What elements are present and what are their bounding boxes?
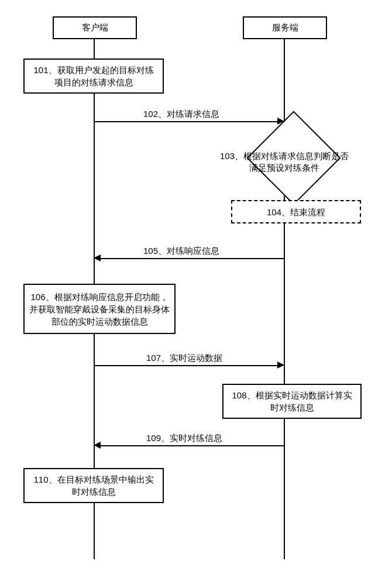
msg-109-line [101, 445, 284, 446]
msg-105-label: 105、对练响应信息 [143, 246, 219, 257]
step-104-box: 104、结束流程 [231, 200, 361, 223]
lane-header-server: 服务端 [243, 16, 327, 39]
step-103-text: 103、根据对练请求信息判断是否满足预设对练条件 [216, 150, 352, 174]
step-106-text: 106、根据对练响应信息开启功能，并获取智能穿戴设备采集的目标身体部位的实时运动… [29, 291, 170, 328]
lane-header-client: 客户端 [53, 16, 137, 39]
step-103-diamond: 103、根据对练请求信息判断是否满足预设对练条件 [216, 133, 352, 191]
msg-107-line [95, 365, 277, 366]
step-110-text: 110、在目标对练场景中输出实时对练信息 [29, 473, 158, 498]
msg-109-arrowhead [94, 442, 101, 449]
step-101-box: 101、获取用户发起的目标对练项目的对练请求信息 [23, 58, 164, 94]
lane-server-label: 服务端 [272, 22, 298, 33]
step-108-box: 108、根据实时运动数据计算实时对练信息 [222, 384, 362, 419]
step-106-box: 106、根据对练响应信息开启功能，并获取智能穿戴设备采集的目标身体部位的实时运动… [23, 284, 176, 334]
msg-109-label: 109、实时对练信息 [146, 433, 222, 444]
msg-105-arrowhead [94, 254, 101, 261]
msg-102-label: 102、对练请求信息 [143, 109, 219, 120]
sequence-diagram: 客户端 服务端 101、获取用户发起的目标对练项目的对练请求信息 102、对练请… [0, 0, 392, 585]
msg-105-line [101, 258, 284, 259]
msg-107-label: 107、实时运动数据 [146, 353, 222, 364]
msg-107-arrowhead [277, 362, 284, 369]
msg-102-line [95, 121, 277, 122]
step-108-text: 108、根据实时运动数据计算实时对练信息 [228, 389, 356, 414]
step-104-text: 104、结束流程 [267, 206, 325, 218]
step-101-text: 101、获取用户发起的目标对练项目的对练请求信息 [29, 64, 158, 88]
step-110-box: 110、在目标对练场景中输出实时对练信息 [23, 468, 164, 503]
lifeline-server [284, 39, 285, 559]
lane-client-label: 客户端 [82, 22, 108, 33]
